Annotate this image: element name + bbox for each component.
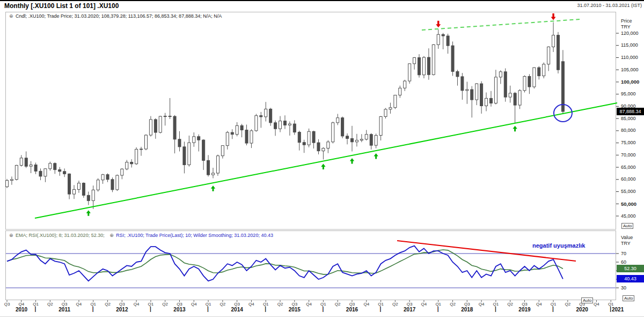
buy-signal-arrow-icon [374, 153, 378, 159]
price-axis-title: Price TRY [621, 18, 632, 30]
candle-body [384, 109, 387, 117]
candle-body [432, 44, 435, 75]
candle-body [399, 88, 401, 95]
candle-body [106, 175, 109, 180]
candle-body [269, 109, 272, 122]
candle-body [140, 149, 143, 150]
candle-body [54, 163, 56, 170]
candle-body [77, 183, 80, 190]
buy-signal-arrow-icon [86, 210, 91, 216]
candle-body [518, 91, 521, 105]
candle-body [293, 124, 296, 132]
candle-body [523, 76, 526, 90]
candle-body [144, 135, 147, 149]
candle-body [557, 35, 559, 70]
candle-body [312, 131, 315, 143]
buy-signal-arrow-icon [211, 185, 215, 191]
rsi-line [7, 246, 563, 281]
candle-body [44, 169, 47, 176]
candle-body [308, 131, 310, 145]
candle-body [164, 116, 166, 117]
candle-body [265, 109, 267, 117]
candle-body [250, 131, 253, 143]
candle-body [494, 77, 497, 103]
candle-body [370, 135, 372, 145]
candle-body [317, 143, 320, 151]
candle-body [514, 93, 516, 105]
candle-body [260, 116, 262, 117]
candle-body [471, 90, 473, 100]
candle-body [10, 180, 13, 181]
candle-body [346, 136, 349, 139]
candle-body [216, 156, 219, 173]
candle-body [63, 172, 66, 174]
rsi-legend[interactable]: ⊕ EMA; RSI(.XU100); 8; 31.03.2020; 52.30… [9, 233, 273, 238]
rsi-options-icon[interactable]: ⊕ [109, 233, 114, 238]
candle-body [236, 125, 238, 134]
value-axis-auto-button[interactable]: Auto [623, 295, 634, 301]
time-axis-auto-button[interactable]: Auto [581, 297, 593, 303]
candle-body [207, 160, 210, 175]
candle-body [149, 120, 152, 135]
candle-body [159, 116, 162, 132]
candle-body [82, 183, 85, 196]
candle-body [389, 108, 392, 109]
candle-body [97, 180, 99, 190]
candle-body [154, 120, 157, 132]
candle-body [116, 175, 119, 190]
candle-body [240, 125, 243, 130]
price-legend[interactable]: ⊕ Cndl; .XU100; Trade Price; 31.03.2020;… [9, 13, 222, 19]
candle-body [173, 116, 176, 139]
chart-canvas[interactable] [0, 0, 644, 320]
candle-body [68, 174, 71, 194]
candle-body [499, 72, 502, 77]
candle-body [485, 98, 488, 106]
value-axis-title-line1: Value [621, 235, 633, 241]
price-axis-auto-button[interactable]: Auto [621, 223, 633, 229]
candle-body [355, 140, 358, 142]
candle-body [101, 175, 104, 180]
window-top-border [0, 0, 644, 1]
price-axis-title-line2: TRY [621, 24, 632, 30]
candle-body [20, 158, 23, 166]
candle-body [221, 146, 224, 156]
candle-body [283, 121, 286, 125]
resistance-dashed-line[interactable] [422, 19, 580, 30]
price-plot[interactable] [6, 13, 618, 218]
candle-body [375, 136, 377, 146]
candle-body [350, 138, 353, 142]
value-axis-title-line2: TRY [621, 241, 633, 247]
candle-body [111, 180, 114, 190]
candle-body [288, 124, 291, 125]
candle-body [336, 118, 339, 123]
candle-body [327, 142, 330, 148]
candle-body [226, 132, 229, 146]
candle-body [178, 139, 181, 147]
candle-body [130, 162, 133, 164]
candle-body [418, 57, 421, 75]
candle-body [135, 149, 138, 163]
candle-body [533, 68, 536, 87]
rsi-plot[interactable] [6, 241, 616, 288]
candle-body [394, 95, 397, 107]
support-trendline[interactable] [35, 103, 617, 218]
sell-signal-arrow-icon [551, 13, 556, 20]
candle-body [547, 47, 550, 64]
series-options-icon[interactable]: ⊕ [9, 13, 13, 19]
price-legend-text: Cndl; .XU100; Trade Price; 31.03.2020; 1… [16, 13, 222, 19]
ema-options-icon[interactable]: ⊕ [9, 233, 13, 238]
candle-body [442, 34, 444, 36]
value-axis-title: Value TRY [621, 235, 633, 247]
candle-body [466, 90, 469, 91]
candle-body [49, 163, 52, 169]
candle-body [188, 143, 191, 165]
buy-signal-arrow-icon [321, 164, 325, 170]
candle-body [197, 137, 200, 140]
date-range-label: 31.07.2010 - 31.03.2021 (IST) [577, 3, 642, 8]
candle-body [379, 116, 382, 135]
candle-body [245, 130, 248, 144]
candle-body [121, 169, 123, 175]
candle-body [73, 189, 76, 194]
candle-body [58, 170, 61, 172]
rsi-legend-text: RSI; .XU100; Trade Price(Last); 10; Wild… [116, 233, 273, 238]
